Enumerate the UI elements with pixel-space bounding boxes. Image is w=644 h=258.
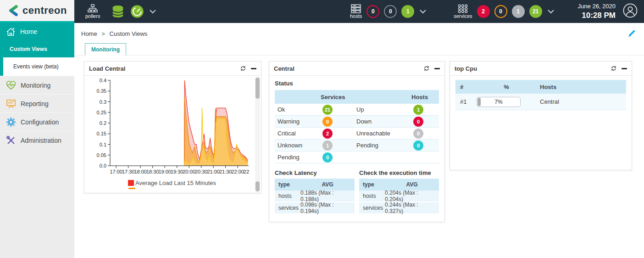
status-count-badge[interactable]: 0	[366, 5, 379, 18]
row-type: hosts	[359, 191, 385, 202]
sidebar-item-monitoring[interactable]: Monitoring	[0, 76, 74, 94]
pollers-menu[interactable]: pollers	[85, 4, 100, 19]
collapse-icon[interactable]	[622, 68, 627, 69]
services-menu[interactable]: services	[454, 4, 472, 19]
services-icon	[457, 4, 468, 13]
svg-text:17:30: 17:30	[122, 169, 135, 174]
sidebar-item-custom-views[interactable]: Custom Views	[0, 40, 74, 57]
status-badge[interactable]: 1	[322, 140, 333, 151]
sidebar-item-configuration[interactable]: Configuration	[0, 112, 74, 131]
status-empty	[356, 151, 408, 163]
scrollbar-thumb-bottom[interactable]	[255, 181, 260, 191]
hosts-chevron[interactable]	[420, 10, 426, 14]
panel-central: Central Status Services	[269, 61, 445, 222]
status-header-empty	[275, 90, 317, 104]
svg-text:19:30: 19:30	[171, 169, 183, 174]
status-badge[interactable]: 0	[413, 117, 423, 127]
hosts-badges: 001	[362, 5, 414, 18]
exec-header-type: type	[359, 179, 385, 191]
status-badge-cell: 0	[408, 140, 439, 151]
svg-text:0.25: 0.25	[97, 110, 106, 115]
breadcrumb-separator: >	[101, 30, 105, 37]
status-label: Pending	[275, 151, 317, 163]
status-count-badge[interactable]: 0	[494, 5, 507, 18]
status-badge[interactable]: 21	[322, 105, 333, 115]
legend-item-load15[interactable]: Average Load Last 15 Minutes	[128, 179, 261, 186]
svg-text:20:30: 20:30	[195, 169, 208, 174]
refresh-icon[interactable]	[611, 65, 617, 72]
svg-text:0.1: 0.1	[100, 142, 106, 147]
status-badge-cell: 1	[408, 104, 439, 116]
status-badge[interactable]: 0	[322, 117, 333, 127]
brand-name: centreon	[22, 5, 67, 17]
status-badge[interactable]: 0	[413, 129, 423, 139]
svg-text:0.05: 0.05	[97, 152, 106, 158]
status-badge[interactable]: 1	[413, 105, 423, 115]
brand-logo[interactable]: centreon	[0, 0, 74, 23]
latency-header-avg: AVG	[300, 179, 355, 191]
refresh-icon[interactable]	[240, 65, 246, 72]
status-badge-cell: 0	[408, 116, 439, 128]
breadcrumb-custom-views-link[interactable]: Custom Views	[110, 30, 148, 37]
row-avg: 0.204s (Max : 0.204s)	[385, 191, 439, 202]
status-header-hosts: Hosts	[408, 90, 439, 104]
status-badge[interactable]: 2	[322, 129, 333, 139]
svg-text:22:00: 22:00	[231, 169, 244, 174]
row-type: services	[359, 202, 385, 214]
tab-bar: Monitoring	[74, 43, 644, 56]
check-latency-table: Check Latency type AVG hosts0.188s (Max …	[275, 169, 355, 214]
services-badges: 20121	[472, 5, 542, 18]
scrollbar-thumb[interactable]	[255, 78, 260, 99]
refresh-icon[interactable]	[423, 65, 430, 72]
sidebar-item-reporting[interactable]: Reporting	[0, 94, 74, 112]
services-chevron[interactable]	[548, 10, 554, 14]
status-count-badge[interactable]: 2	[477, 5, 490, 18]
status-label: Warning	[275, 116, 317, 128]
cpu-host: Central	[536, 94, 626, 110]
status-label: Unreachable	[356, 128, 408, 140]
sidebar-item-events-view[interactable]: Events view (beta)	[0, 57, 74, 76]
collapse-icon[interactable]	[434, 68, 440, 69]
chart-legend: Average Load Last 15 Minutes	[128, 179, 261, 189]
status-label: Unknown	[275, 140, 317, 151]
collapse-icon[interactable]	[251, 68, 256, 69]
breadcrumb-home-link[interactable]: Home	[81, 30, 97, 37]
pollers-chevron[interactable]	[150, 10, 156, 14]
status-badge-cell: 0	[317, 151, 356, 163]
sidebar-item-administration[interactable]: Administration	[0, 131, 74, 149]
hosts-label: hosts	[350, 13, 362, 19]
status-count-badge[interactable]: 1	[401, 5, 414, 18]
status-badge[interactable]: 0	[322, 152, 333, 163]
cpu-header-rank: #	[455, 80, 477, 94]
chart-scrollbar[interactable]	[255, 77, 260, 192]
status-badge[interactable]: 0	[413, 140, 423, 151]
edit-view-button[interactable]	[627, 29, 636, 39]
status-badge-cell: 0	[408, 128, 439, 140]
row-type: hosts	[275, 191, 300, 202]
legend-swatch-red	[128, 180, 134, 186]
user-menu[interactable]	[623, 3, 638, 20]
poller-latency-status[interactable]	[130, 5, 144, 18]
panel-title: Load Central	[89, 65, 125, 72]
poller-db-status[interactable]	[111, 5, 125, 18]
sidebar-item-home[interactable]: Home	[0, 23, 74, 40]
status-count-badge[interactable]: 21	[529, 5, 542, 18]
status-empty	[408, 151, 439, 163]
legend-label: Average Load Last 15 Minutes	[135, 179, 216, 186]
status-badge-cell: 2	[317, 128, 356, 140]
status-label: Up	[356, 104, 408, 116]
status-count-badge[interactable]: 1	[512, 5, 525, 18]
administration-tools-icon	[6, 135, 17, 146]
tab-monitoring[interactable]: Monitoring	[85, 43, 126, 56]
svg-text:22:30: 22:30	[244, 169, 250, 174]
svg-text:18:00: 18:00	[134, 169, 147, 174]
panel-top-cpu: top Cpu # % Hosts #1	[450, 61, 632, 170]
panel-header: Central	[269, 62, 444, 76]
status-badge-cell: 21	[317, 104, 356, 116]
panel-header: top Cpu	[450, 62, 632, 76]
load-chart-area: 0.00.050.10.150.20.250.30.350.417:0017:3…	[84, 76, 261, 179]
hosts-menu[interactable]: hosts	[350, 4, 362, 19]
status-count-badge[interactable]: 0	[384, 5, 397, 18]
row-avg: 0.244s (Max : 0.327s)	[385, 202, 439, 214]
legend-item-partial-orange	[128, 188, 135, 189]
